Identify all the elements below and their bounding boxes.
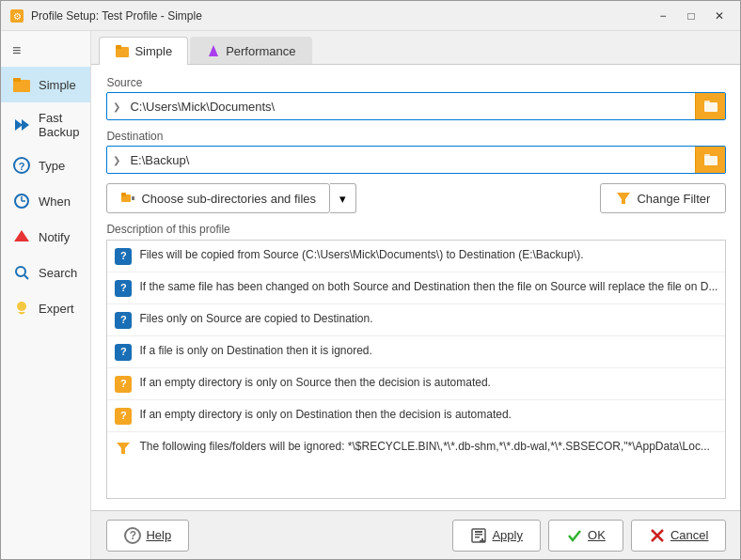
svg-marker-11 bbox=[14, 230, 29, 241]
tab-bar: Simple Performance bbox=[91, 31, 740, 65]
cancel-button[interactable]: Cancel bbox=[631, 520, 726, 552]
folder-icon bbox=[703, 100, 718, 113]
notify-icon bbox=[12, 227, 31, 246]
svg-marker-5 bbox=[22, 119, 29, 131]
filter-desc-icon bbox=[115, 440, 132, 457]
tab-simple-label: Simple bbox=[134, 44, 172, 58]
window-title: Profile Setup: Test Profile - Simple bbox=[31, 9, 650, 23]
help-button[interactable]: ? Help bbox=[106, 520, 189, 552]
minimize-button[interactable]: − bbox=[650, 6, 676, 26]
choose-subdirs-button[interactable]: Choose sub-directories and files bbox=[106, 183, 330, 213]
info-icon-blue: ? bbox=[115, 344, 132, 361]
sidebar-label-fast-backup: Fast Backup bbox=[39, 111, 79, 139]
footer: ? Help Apply bbox=[91, 510, 740, 559]
cancel-label: Cancel bbox=[670, 528, 708, 542]
cancel-icon bbox=[649, 527, 666, 544]
destination-chevron: ❯ bbox=[107, 155, 126, 165]
destination-section: Destination ❯ E:\Backup\ bbox=[106, 130, 726, 174]
filter-button-label: Change Filter bbox=[637, 192, 710, 206]
footer-right: Apply OK Cancel bbox=[452, 520, 726, 552]
content-area: Simple Performance Source ❯ C:\Users\Mic… bbox=[91, 31, 740, 559]
tab-simple[interactable]: Simple bbox=[99, 37, 188, 65]
destination-path: E:\Backup\ bbox=[126, 153, 695, 167]
sidebar-label-notify: Notify bbox=[39, 230, 70, 244]
sidebar-label-type: Type bbox=[39, 159, 65, 173]
type-icon: ? bbox=[12, 156, 31, 175]
sidebar-item-type[interactable]: ? Type bbox=[1, 148, 90, 183]
svg-rect-32 bbox=[480, 540, 485, 542]
sidebar-item-notify[interactable]: Notify bbox=[1, 219, 90, 255]
desc-text: If the same file has been changed on bot… bbox=[139, 279, 717, 295]
svg-text:⚙: ⚙ bbox=[13, 11, 22, 22]
source-section: Source ❯ C:\Users\Mick\Documents\ bbox=[106, 76, 726, 120]
sidebar-label-search: Search bbox=[39, 266, 77, 280]
svg-rect-23 bbox=[121, 193, 126, 196]
destination-field[interactable]: ❯ E:\Backup\ bbox=[106, 146, 726, 174]
choose-dropdown-button[interactable]: ▾ bbox=[330, 183, 356, 213]
tab-performance-label: Performance bbox=[226, 44, 295, 58]
expert-icon bbox=[12, 299, 31, 318]
help-icon: ? bbox=[124, 527, 141, 544]
window-controls: − □ ✕ bbox=[650, 6, 733, 26]
description-list: ? Files will be copied from Source (C:\U… bbox=[106, 240, 726, 499]
source-folder-button[interactable] bbox=[695, 93, 725, 119]
main-window: ⚙ Profile Setup: Test Profile - Simple −… bbox=[0, 0, 741, 560]
list-item: ? Files will be copied from Source (C:\U… bbox=[107, 241, 725, 272]
svg-rect-21 bbox=[704, 154, 710, 158]
svg-marker-25 bbox=[617, 193, 630, 204]
sidebar-label-when: When bbox=[39, 194, 71, 209]
svg-rect-30 bbox=[475, 537, 480, 538]
actions-row: Choose sub-directories and files ▾ Chang… bbox=[106, 183, 726, 213]
sidebar-label-simple: Simple bbox=[39, 78, 76, 92]
maximize-button[interactable]: □ bbox=[678, 6, 704, 26]
choose-icon bbox=[120, 191, 135, 206]
choose-button-label: Choose sub-directories and files bbox=[141, 192, 316, 206]
ok-label: OK bbox=[588, 528, 606, 542]
desc-text: Files only on Source are copied to Desti… bbox=[139, 311, 717, 327]
source-field[interactable]: ❯ C:\Users\Mick\Documents\ bbox=[106, 92, 726, 120]
info-icon-blue: ? bbox=[115, 280, 132, 297]
list-item: ? If a file is only on Destination then … bbox=[107, 336, 725, 368]
desc-text: If an empty directory is only on Destina… bbox=[139, 407, 717, 423]
desc-text: If a file is only on Destination then it… bbox=[139, 343, 717, 359]
main-layout: ≡ Simple Fast Backup bbox=[1, 31, 740, 559]
sidebar-item-simple[interactable]: Simple bbox=[1, 67, 90, 102]
destination-folder-button[interactable] bbox=[695, 147, 725, 173]
sidebar-item-search[interactable]: Search bbox=[1, 255, 90, 290]
sidebar-label-expert: Expert bbox=[39, 302, 74, 316]
footer-left: ? Help bbox=[106, 520, 189, 552]
svg-rect-19 bbox=[704, 101, 710, 104]
svg-rect-29 bbox=[475, 534, 482, 536]
close-button[interactable]: ✕ bbox=[706, 6, 733, 26]
info-icon-blue: ? bbox=[115, 312, 132, 329]
sidebar-item-when[interactable]: When bbox=[1, 183, 90, 219]
desc-text: Files will be copied from Source (C:\Use… bbox=[139, 247, 717, 263]
filter-icon bbox=[616, 191, 631, 206]
help-label: Help bbox=[146, 528, 171, 542]
list-item: ? If an empty directory is only on Desti… bbox=[107, 400, 725, 432]
list-item: ? If the same file has been changed on b… bbox=[107, 272, 725, 304]
svg-marker-4 bbox=[15, 119, 23, 131]
destination-label: Destination bbox=[106, 130, 726, 143]
sidebar-item-fast-backup[interactable]: Fast Backup bbox=[1, 102, 90, 148]
svg-text:?: ? bbox=[19, 161, 25, 172]
ok-button[interactable]: OK bbox=[548, 520, 623, 552]
tab-performance[interactable]: Performance bbox=[190, 37, 311, 64]
sidebar: ≡ Simple Fast Backup bbox=[1, 31, 91, 559]
folder-icon bbox=[703, 153, 718, 166]
info-icon-blue: ? bbox=[115, 248, 132, 265]
fast-backup-icon bbox=[12, 116, 31, 134]
app-icon: ⚙ bbox=[8, 8, 25, 24]
svg-point-14 bbox=[17, 302, 26, 311]
change-filter-button[interactable]: Change Filter bbox=[600, 183, 726, 213]
svg-rect-16 bbox=[116, 45, 121, 49]
source-chevron: ❯ bbox=[107, 101, 126, 112]
svg-marker-26 bbox=[117, 443, 130, 454]
when-icon bbox=[12, 192, 31, 210]
svg-rect-3 bbox=[13, 78, 21, 82]
sidebar-item-expert[interactable]: Expert bbox=[1, 290, 90, 326]
apply-button[interactable]: Apply bbox=[452, 520, 541, 552]
hamburger-menu[interactable]: ≡ bbox=[1, 35, 90, 67]
ok-icon bbox=[566, 527, 583, 544]
info-icon-orange: ? bbox=[115, 408, 132, 425]
